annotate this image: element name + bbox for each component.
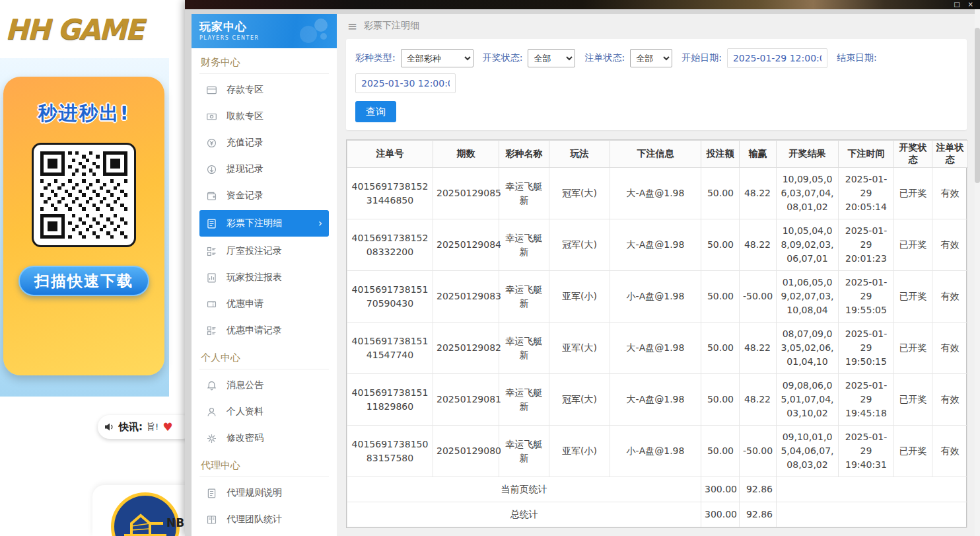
table-row: 40156917381508315758020250129080幸运飞艇新亚军(…	[347, 426, 968, 477]
sidebar-item-withdrawal-records[interactable]: 提现记录	[199, 156, 329, 182]
search-button[interactable]: 查询	[355, 101, 396, 122]
sidebar-item-label: 优惠申请	[227, 298, 263, 310]
table-cell: 50.00	[701, 374, 740, 426]
table-cell: 401569173815141547740	[347, 323, 433, 374]
sidebar-item-label: 资金记录	[227, 190, 263, 202]
qr-code-image	[40, 151, 127, 239]
summary-label: 总统计	[347, 502, 701, 527]
ticker-text: 旨!	[147, 421, 158, 433]
column-header: 下注时间	[839, 141, 894, 168]
sidebar-item-promo-application[interactable]: 优惠申请	[199, 291, 329, 317]
table-cell: 冠军(大)	[549, 374, 610, 426]
promo-headline: 秒进秒出!	[3, 100, 164, 127]
promo-card: 秒进秒出!	[3, 77, 164, 375]
nba-label: NB	[166, 516, 184, 529]
sidebar-item-lottery-bet-details[interactable]: 彩票下注明细 ›	[199, 210, 329, 237]
bet-list-icon	[206, 218, 217, 229]
table-cell: 亚军(小)	[549, 271, 610, 323]
hamburger-icon[interactable]: ≡	[347, 19, 357, 33]
column-header: 彩种名称	[499, 141, 549, 168]
restore-window-icon[interactable]: □	[954, 1, 960, 8]
draw-status-select[interactable]: 全部	[528, 49, 575, 67]
section-title-agent: 代理中心	[199, 451, 329, 477]
download-button[interactable]: 扫描快速下载	[18, 266, 149, 296]
table-cell: 09,08,06,05,01,07,04,03,10,02	[777, 374, 839, 426]
summary-empty	[777, 477, 968, 502]
sidebar-item-label: 提现记录	[227, 163, 263, 175]
sidebar-item-change-password[interactable]: 修改密码	[199, 425, 329, 451]
lottery-type-label: 彩种类型:	[355, 52, 396, 64]
bet-details-table: 注单号 期数 彩种名称 玩法 下注信息 投注额 输赢 开奖结果 下注时间 开奖状…	[346, 139, 967, 528]
table-cell: 401569173815170590430	[347, 271, 433, 323]
table-cell: 50.00	[701, 426, 740, 477]
summary-row-current-page: 当前页统计 300.00 92.86	[347, 477, 968, 502]
sidebar-item-agent-rules[interactable]: 代理规则说明	[199, 480, 329, 506]
table-cell: 已开奖	[894, 271, 932, 323]
page-title: 彩票下注明细	[364, 20, 419, 32]
summary-bet-total: 300.00	[701, 502, 740, 527]
table-cell: 有效	[932, 168, 968, 219]
sidebar-item-message-announcements[interactable]: 消息公告	[199, 372, 329, 399]
table-cell: 20250129084	[433, 219, 499, 271]
end-date-input[interactable]	[355, 73, 456, 93]
table-cell: 幸运飞艇新	[499, 374, 549, 426]
scrollbar[interactable]	[975, 9, 980, 536]
table-cell: 小-A盘@1.98	[610, 426, 701, 477]
sidebar-item-deposit-zone[interactable]: 存款专区	[199, 77, 329, 103]
sidebar-item-label: 充值记录	[227, 137, 263, 149]
table-cell: 幸运飞艇新	[499, 426, 549, 477]
order-status-select[interactable]: 全部	[630, 49, 672, 67]
summary-row-grand-total: 总统计 300.00 92.86	[347, 502, 968, 527]
news-ticker: 快讯: 旨! ♥	[98, 415, 194, 439]
scrollbar-thumb[interactable]	[975, 28, 980, 183]
gear-icon	[206, 433, 217, 444]
sidebar-item-recharge-records[interactable]: 充值记录	[199, 130, 329, 156]
table-cell: -50.00	[740, 271, 777, 323]
table-summary: 当前页统计 300.00 92.86 总统计 300.00 92.86	[347, 477, 968, 527]
lottery-type-select[interactable]: 全部彩种	[401, 49, 473, 67]
column-header: 下注信息	[610, 141, 701, 168]
sidebar-item-agent-team-stats[interactable]: 代理团队统计	[199, 506, 329, 533]
sidebar-item-label: 个人资料	[227, 406, 263, 418]
table-cell: 已开奖	[894, 219, 932, 271]
player-center-window: □ × 玩家中心 PLAYERS CENTER 财务中心 存	[185, 0, 980, 536]
column-header: 玩法	[549, 141, 610, 168]
sidebar-item-label: 优惠申请记录	[227, 325, 282, 336]
book-stats-icon	[206, 514, 217, 525]
person-icon	[206, 406, 217, 418]
summary-win-total: 92.86	[740, 502, 777, 527]
sidebar-item-player-bet-report[interactable]: 玩家投注报表	[199, 264, 329, 291]
column-header: 投注额	[701, 141, 740, 168]
sidebar-item-label: 存款专区	[227, 84, 263, 96]
table-cell: 亚军(小)	[549, 426, 610, 477]
sidebar-item-funds-records[interactable]: 资金记录	[199, 182, 329, 209]
table-cell: 2025-01-29 19:55:05	[839, 271, 894, 323]
close-window-icon[interactable]: ×	[968, 1, 973, 8]
table-cell: 幸运飞艇新	[499, 168, 549, 219]
sidebar-item-hall-bet-records[interactable]: 厅室投注记录	[199, 238, 329, 264]
table-cell: 幸运飞艇新	[499, 323, 549, 374]
table-cell: 48.22	[740, 219, 777, 271]
sidebar-item-label: 取款专区	[227, 110, 263, 122]
table-body: 40156917381523144685020250129085幸运飞艇新冠军(…	[347, 168, 968, 477]
filter-panel: 彩种类型: 全部彩种 开奖状态: 全部 注单状态: 全部 开始日期: 结束日期:	[346, 39, 967, 130]
table-cell: 已开奖	[894, 323, 932, 374]
summary-bet-total: 300.00	[701, 477, 740, 502]
sidebar-item-promo-application-records[interactable]: 优惠申请记录	[199, 317, 329, 344]
sidebar-item-label: 厅室投注记录	[227, 245, 282, 257]
wallet-icon	[206, 190, 217, 202]
sidebar: 玩家中心 PLAYERS CENTER 财务中心 存款专区	[192, 14, 337, 536]
table-cell: 有效	[932, 426, 968, 477]
sidebar-item-label: 修改密码	[227, 432, 263, 444]
table-row: 40156917381523144685020250129085幸运飞艇新冠军(…	[347, 168, 968, 219]
column-header: 期数	[433, 141, 499, 168]
table-cell: 01,06,05,09,02,07,03,10,08,04	[777, 271, 839, 323]
start-date-input[interactable]	[727, 48, 827, 68]
table-cell: 10,05,04,08,09,02,03,06,07,01	[777, 219, 839, 271]
sidebar-item-personal-profile[interactable]: 个人资料	[199, 399, 329, 425]
summary-win-total: 92.86	[740, 477, 777, 502]
logo-bar: HH GAME	[0, 0, 185, 58]
sidebar-item-withdraw-zone[interactable]: 取款专区	[199, 103, 329, 130]
sidebar-item-label: 玩家投注报表	[227, 272, 282, 284]
table-cell: 已开奖	[894, 168, 932, 219]
